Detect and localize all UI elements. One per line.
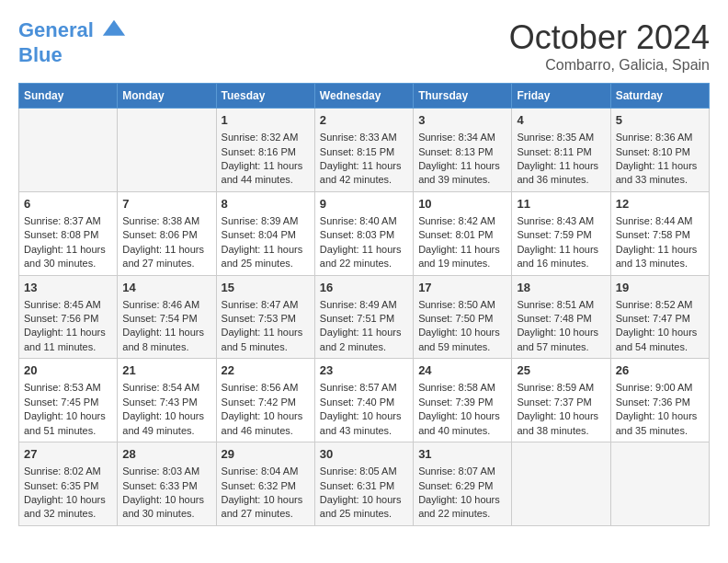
- day-info: Sunrise: 8:53 AM: [24, 381, 112, 395]
- day-number: 20: [24, 362, 112, 379]
- calendar-cell: 17Sunrise: 8:50 AMSunset: 7:50 PMDayligh…: [414, 275, 512, 359]
- day-info: Daylight: 11 hours and 5 minutes.: [222, 326, 310, 354]
- day-info: Sunset: 7:59 PM: [517, 228, 605, 242]
- day-info: Daylight: 10 hours and 59 minutes.: [418, 326, 506, 354]
- day-info: Sunset: 7:47 PM: [616, 312, 704, 326]
- day-info: Daylight: 10 hours and 25 minutes.: [320, 493, 408, 522]
- calendar-cell: 7Sunrise: 8:38 AMSunset: 8:06 PMDaylight…: [118, 191, 216, 275]
- day-info: Daylight: 11 hours and 13 minutes.: [616, 243, 704, 271]
- calendar-cell: 23Sunrise: 8:57 AMSunset: 7:40 PMDayligh…: [314, 359, 413, 442]
- day-number: 19: [616, 280, 704, 296]
- calendar-cell: 6Sunrise: 8:37 AMSunset: 8:08 PMDaylight…: [19, 191, 118, 275]
- day-info: Sunset: 7:56 PM: [24, 312, 112, 326]
- calendar-cell: 16Sunrise: 8:49 AMSunset: 7:51 PMDayligh…: [314, 275, 413, 359]
- day-info: Sunset: 6:31 PM: [320, 479, 408, 493]
- calendar-cell: [19, 109, 118, 192]
- day-info: Sunrise: 8:43 AM: [517, 214, 605, 228]
- day-info: Sunrise: 8:34 AM: [418, 131, 506, 144]
- calendar-week-4: 20Sunrise: 8:53 AMSunset: 7:45 PMDayligh…: [19, 359, 710, 442]
- day-number: 29: [222, 446, 310, 463]
- calendar-cell: [610, 442, 709, 526]
- calendar-week-2: 6Sunrise: 8:37 AMSunset: 8:08 PMDaylight…: [19, 191, 710, 275]
- day-info: Sunrise: 8:44 AM: [616, 214, 704, 228]
- day-info: Daylight: 10 hours and 49 minutes.: [122, 409, 210, 438]
- calendar-cell: 9Sunrise: 8:40 AMSunset: 8:03 PMDaylight…: [314, 191, 413, 275]
- logo-general: General: [18, 18, 94, 41]
- day-info: Sunrise: 8:54 AM: [122, 381, 210, 395]
- day-number: 13: [24, 280, 112, 296]
- day-info: Daylight: 10 hours and 30 minutes.: [122, 493, 210, 522]
- day-info: Sunrise: 8:36 AM: [616, 131, 704, 144]
- day-number: 4: [517, 112, 605, 129]
- day-number: 30: [320, 446, 408, 463]
- day-info: Sunset: 8:04 PM: [222, 228, 310, 242]
- calendar-table: SundayMondayTuesdayWednesdayThursdayFrid…: [18, 83, 710, 526]
- day-info: Sunrise: 8:57 AM: [320, 381, 408, 395]
- day-number: 18: [517, 280, 605, 296]
- day-info: Sunset: 7:40 PM: [320, 396, 408, 409]
- day-info: Daylight: 11 hours and 19 minutes.: [418, 243, 506, 271]
- day-number: 6: [24, 196, 112, 213]
- day-info: Sunset: 7:58 PM: [616, 228, 704, 242]
- calendar-cell: [118, 109, 216, 192]
- day-info: Sunset: 8:16 PM: [222, 145, 310, 159]
- day-info: Sunrise: 8:37 AM: [24, 214, 112, 228]
- calendar-cell: 2Sunrise: 8:33 AMSunset: 8:15 PMDaylight…: [314, 109, 413, 192]
- day-info: Sunrise: 8:47 AM: [222, 298, 310, 312]
- day-info: Daylight: 11 hours and 11 minutes.: [24, 326, 112, 354]
- day-info: Sunset: 6:29 PM: [418, 479, 506, 493]
- day-info: Daylight: 11 hours and 22 minutes.: [320, 243, 408, 271]
- logo-blue: Blue: [18, 44, 127, 66]
- calendar-cell: 12Sunrise: 8:44 AMSunset: 7:58 PMDayligh…: [610, 191, 709, 275]
- day-info: Daylight: 11 hours and 39 minutes.: [418, 159, 506, 188]
- day-info: Sunset: 7:50 PM: [418, 312, 506, 326]
- day-info: Sunrise: 8:05 AM: [320, 465, 408, 478]
- day-info: Sunrise: 8:45 AM: [24, 298, 112, 312]
- day-info: Daylight: 11 hours and 42 minutes.: [320, 159, 408, 188]
- day-info: Sunset: 7:48 PM: [517, 312, 605, 326]
- day-info: Sunset: 7:51 PM: [320, 312, 408, 326]
- calendar-cell: 5Sunrise: 8:36 AMSunset: 8:10 PMDaylight…: [610, 109, 709, 192]
- day-info: Daylight: 10 hours and 27 minutes.: [222, 493, 310, 522]
- weekday-header-thursday: Thursday: [414, 84, 512, 109]
- day-info: Sunset: 7:45 PM: [24, 396, 112, 409]
- day-number: 1: [222, 112, 310, 129]
- day-number: 14: [122, 280, 210, 296]
- day-number: 22: [222, 362, 310, 379]
- day-info: Sunset: 8:01 PM: [418, 228, 506, 242]
- day-info: Sunrise: 8:39 AM: [222, 214, 310, 228]
- calendar-cell: 25Sunrise: 8:59 AMSunset: 7:37 PMDayligh…: [512, 359, 610, 442]
- calendar-cell: 26Sunrise: 9:00 AMSunset: 7:36 PMDayligh…: [610, 359, 709, 442]
- weekday-header-saturday: Saturday: [610, 84, 709, 109]
- calendar-body: 1Sunrise: 8:32 AMSunset: 8:16 PMDaylight…: [19, 109, 710, 526]
- day-info: Sunrise: 8:58 AM: [418, 381, 506, 395]
- day-info: Sunset: 7:36 PM: [616, 396, 704, 409]
- day-number: 2: [320, 112, 408, 129]
- calendar-cell: 20Sunrise: 8:53 AMSunset: 7:45 PMDayligh…: [19, 359, 118, 442]
- day-info: Sunrise: 8:46 AM: [122, 298, 210, 312]
- day-info: Sunrise: 8:40 AM: [320, 214, 408, 228]
- day-info: Daylight: 10 hours and 35 minutes.: [616, 409, 704, 438]
- page-header: General Blue October 2024 Combarro, Gali…: [18, 18, 710, 74]
- day-info: Daylight: 10 hours and 22 minutes.: [418, 493, 506, 522]
- weekday-header-monday: Monday: [118, 84, 216, 109]
- day-info: Daylight: 11 hours and 27 minutes.: [122, 243, 210, 271]
- location-subtitle: Combarro, Galicia, Spain: [509, 57, 710, 74]
- day-info: Sunset: 8:11 PM: [517, 145, 605, 159]
- calendar-cell: 4Sunrise: 8:35 AMSunset: 8:11 PMDaylight…: [512, 109, 610, 192]
- day-info: Daylight: 11 hours and 36 minutes.: [517, 159, 605, 188]
- day-number: 5: [616, 112, 704, 129]
- day-info: Sunset: 8:08 PM: [24, 228, 112, 242]
- day-info: Daylight: 11 hours and 16 minutes.: [517, 243, 605, 271]
- day-info: Sunrise: 8:51 AM: [517, 298, 605, 312]
- calendar-cell: 30Sunrise: 8:05 AMSunset: 6:31 PMDayligh…: [314, 442, 413, 526]
- day-info: Sunrise: 8:49 AM: [320, 298, 408, 312]
- day-info: Sunset: 6:33 PM: [122, 479, 210, 493]
- month-title: October 2024: [509, 18, 710, 57]
- calendar-cell: 14Sunrise: 8:46 AMSunset: 7:54 PMDayligh…: [118, 275, 216, 359]
- day-info: Sunrise: 8:35 AM: [517, 131, 605, 144]
- calendar-cell: 8Sunrise: 8:39 AMSunset: 8:04 PMDaylight…: [216, 191, 314, 275]
- svg-marker-0: [103, 20, 125, 36]
- calendar-cell: 22Sunrise: 8:56 AMSunset: 7:42 PMDayligh…: [216, 359, 314, 442]
- day-info: Sunset: 8:03 PM: [320, 228, 408, 242]
